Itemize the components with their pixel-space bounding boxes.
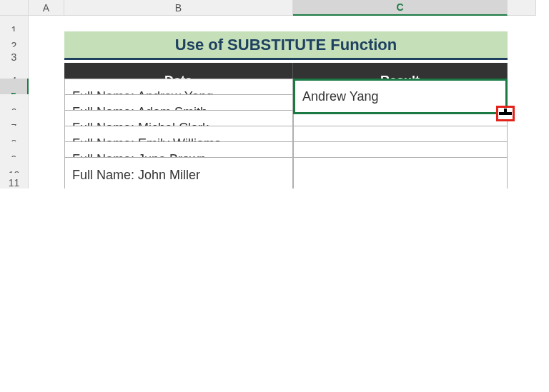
cell-B11[interactable]	[64, 173, 293, 189]
spreadsheet-grid: A B C 1 2 Use of SUBSTITUTE Function 3 4…	[0, 0, 549, 189]
fill-handle-icon	[499, 109, 512, 119]
col-header-blank	[508, 0, 536, 16]
col-header-B[interactable]: B	[64, 0, 293, 16]
fill-handle[interactable]	[496, 106, 515, 121]
cell-C3[interactable]	[293, 47, 508, 67]
col-header-C[interactable]: C	[293, 0, 508, 16]
row-header-11[interactable]: 11	[0, 173, 29, 189]
col-header-A[interactable]: A	[29, 0, 64, 16]
cell-C5-value: Andrew Yang	[302, 89, 378, 104]
cell-A11[interactable]	[29, 173, 64, 189]
cell-blank-11	[508, 173, 536, 189]
cell-B1[interactable]	[64, 16, 293, 44]
select-all-corner[interactable]	[0, 0, 29, 16]
cell-B3[interactable]	[64, 47, 293, 67]
cell-C5[interactable]: Andrew Yang	[293, 79, 508, 114]
svg-rect-1	[504, 109, 507, 113]
cell-C11[interactable]	[293, 173, 508, 189]
cell-C1[interactable]	[293, 16, 508, 44]
